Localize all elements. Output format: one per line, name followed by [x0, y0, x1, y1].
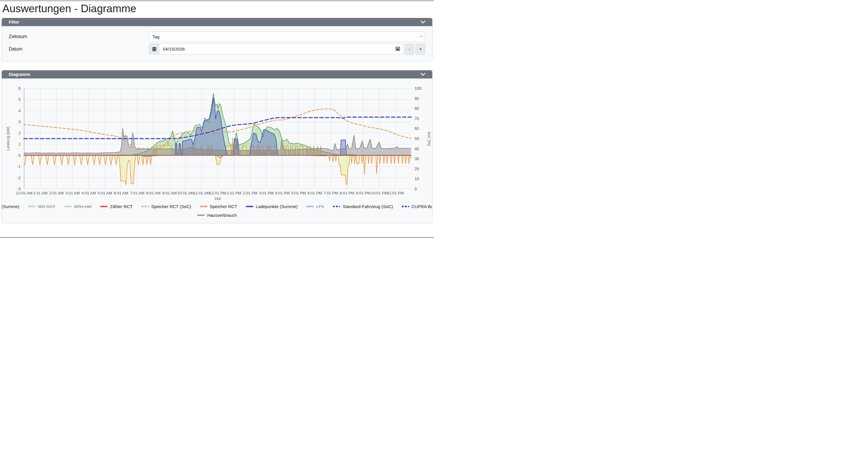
legend-swatch — [100, 206, 107, 207]
svg-text:4: 4 — [18, 108, 21, 113]
chevron-down-icon[interactable] — [421, 73, 425, 76]
legend-label: Zähler RCT — [110, 204, 133, 209]
legend-label: Speicher RCT (SoC) — [151, 204, 191, 209]
legend-item-pv-summe-[interactable]: PV (Summe) — [1, 204, 19, 209]
svg-text:-2: -2 — [17, 175, 21, 180]
svg-text:-1: -1 — [17, 164, 21, 169]
date-input[interactable] — [159, 43, 403, 54]
legend-row-1: PV (Summe)WR RCTWRs HMZähler RCTSpeicher… — [2, 204, 432, 209]
legend-swatch — [402, 206, 409, 207]
date-picker-icon[interactable] — [395, 46, 400, 51]
legend-swatch — [333, 206, 340, 207]
legend-item-speicher-rct[interactable]: Speicher RCT — [200, 204, 237, 209]
svg-text:11:01 AM: 11:01 AM — [193, 191, 210, 195]
legend-label: Ladepunkte (Summe) — [256, 204, 298, 209]
energy-chart[interactable]: 12:01 AM1:01 AM2:01 AM3:01 AM4:01 AM5:01… — [2, 80, 433, 202]
svg-text:2:01 PM: 2:01 PM — [243, 191, 257, 195]
datum-row: Datum - + — [9, 43, 425, 55]
svg-text:1: 1 — [18, 142, 21, 146]
svg-text:12:01 AM: 12:01 AM — [16, 191, 32, 195]
legend-label: Standard-Fahrzeug (SoC) — [343, 204, 393, 209]
legend-swatch — [197, 214, 205, 216]
zeitraum-label: Zeitraum — [9, 34, 149, 39]
diagram-panel-body: 12:01 AM1:01 AM2:01 AM3:01 AM4:01 AM5:01… — [2, 78, 432, 223]
filter-panel-body: Zeitraum Tag Datum — [2, 26, 432, 61]
legend-item-speicher-rct-soc-[interactable]: Speicher RCT (SoC) — [142, 204, 191, 209]
svg-text:100: 100 — [414, 86, 422, 91]
svg-text:10: 10 — [414, 176, 419, 181]
top-fade — [0, 0, 434, 2]
calendar-icon — [149, 43, 159, 54]
svg-text:2:01 AM: 2:01 AM — [49, 191, 64, 195]
legend-label: WR RCT — [38, 204, 55, 209]
legend-swatch — [306, 206, 314, 207]
legend-item-wr-rct[interactable]: WR RCT — [28, 204, 55, 209]
svg-text:11:01 PM: 11:01 PM — [387, 191, 404, 195]
diagram-panel: Diagramm 12:01 AM1:01 AM2:01 AM3:01 AM4:… — [1, 70, 433, 223]
svg-text:20: 20 — [414, 166, 419, 171]
legend-row-2: Hausverbrauch — [2, 213, 432, 218]
legend-swatch — [200, 206, 208, 207]
svg-text:2: 2 — [18, 131, 21, 135]
diagram-panel-title: Diagramm — [9, 72, 30, 77]
svg-text:0: 0 — [414, 186, 417, 191]
svg-text:3: 3 — [18, 120, 21, 124]
svg-text:0: 0 — [18, 153, 21, 158]
zeitraum-select[interactable]: Tag — [149, 32, 425, 42]
svg-text:3:01 AM: 3:01 AM — [65, 191, 80, 195]
legend-label: Speicher RCT — [210, 204, 237, 209]
svg-text:80: 80 — [414, 106, 419, 111]
svg-text:50: 50 — [414, 136, 419, 141]
svg-text:40: 40 — [414, 146, 419, 151]
svg-text:-3: -3 — [17, 186, 21, 191]
legend-label: PV (Summe) — [1, 204, 19, 209]
svg-text:3:01 PM: 3:01 PM — [259, 191, 273, 195]
svg-text:30: 30 — [414, 156, 419, 161]
svg-text:90: 90 — [414, 96, 419, 101]
legend-label: LP1 — [316, 204, 324, 209]
legend-label: CUPRA Born (SoC) — [412, 204, 433, 209]
legend-item-z-hler-rct[interactable]: Zähler RCT — [100, 204, 133, 209]
svg-text:7:01 PM: 7:01 PM — [323, 191, 338, 195]
svg-text:10:01 AM: 10:01 AM — [177, 191, 194, 195]
svg-text:4:01 PM: 4:01 PM — [275, 191, 290, 195]
datum-label: Datum — [9, 46, 149, 52]
diagram-panel-header[interactable]: Diagramm — [2, 70, 432, 78]
svg-text:9:01 AM: 9:01 AM — [162, 191, 177, 195]
legend-item-lp1[interactable]: LP1 — [306, 204, 324, 209]
svg-text:1:01 AM: 1:01 AM — [33, 191, 48, 195]
filter-panel-title: Filter — [9, 20, 20, 25]
zeitraum-row: Zeitraum Tag — [9, 32, 425, 42]
svg-text:10:01 PM: 10:01 PM — [371, 191, 388, 195]
svg-text:60: 60 — [414, 126, 419, 131]
filter-panel-header[interactable]: Filter — [2, 18, 432, 26]
svg-text:5:01 PM: 5:01 PM — [291, 191, 306, 195]
legend-swatch — [64, 206, 71, 207]
legend-item-hausverbrauch[interactable]: Hausverbrauch — [197, 213, 237, 218]
svg-text:5:01 AM: 5:01 AM — [98, 191, 112, 195]
svg-text:70: 70 — [414, 116, 419, 121]
legend-label: Hausverbrauch — [207, 213, 237, 218]
svg-text:5: 5 — [18, 97, 21, 102]
svg-text:6: 6 — [18, 86, 21, 91]
svg-text:Leistung [kW]: Leistung [kW] — [6, 127, 10, 150]
svg-text:6:01 PM: 6:01 PM — [307, 191, 322, 195]
chevron-down-icon[interactable] — [421, 21, 425, 24]
legend-item-ladepunkte-summe-[interactable]: Ladepunkte (Summe) — [246, 204, 298, 209]
date-minus-button[interactable]: - — [405, 43, 414, 55]
legend-swatch — [142, 206, 149, 207]
legend-item-cupra-born-soc-[interactable]: CUPRA Born (SoC) — [402, 204, 433, 209]
legend-swatch — [28, 206, 35, 207]
legend-label: WRs HM — [74, 204, 91, 209]
svg-text:4:01 AM: 4:01 AM — [82, 191, 96, 195]
date-plus-button[interactable]: + — [416, 43, 425, 55]
svg-text:9:01 PM: 9:01 PM — [356, 191, 370, 195]
svg-text:8:01 PM: 8:01 PM — [340, 191, 354, 195]
svg-text:1:01 PM: 1:01 PM — [226, 191, 241, 195]
svg-text:6:01 AM: 6:01 AM — [114, 191, 128, 195]
svg-text:8:01 AM: 8:01 AM — [146, 191, 161, 195]
svg-text:SoC [%]: SoC [%] — [427, 131, 431, 146]
legend-item-wrs-hm[interactable]: WRs HM — [64, 204, 91, 209]
legend-item-standard-fahrzeug-soc-[interactable]: Standard-Fahrzeug (SoC) — [333, 204, 393, 209]
filter-panel: Filter Zeitraum Tag Datum — [1, 18, 433, 61]
